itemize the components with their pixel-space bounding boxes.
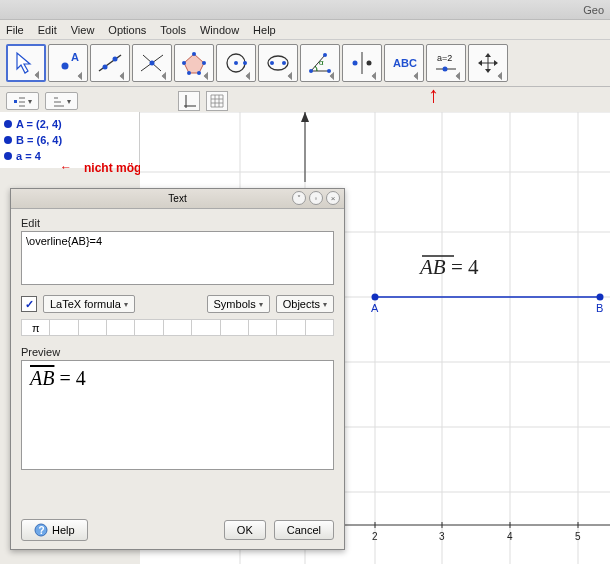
algebra-item-A[interactable]: A = (2, 4) bbox=[4, 116, 135, 132]
menubar: File Edit View Options Tools Window Help bbox=[0, 20, 610, 40]
point-bullet-icon bbox=[4, 120, 12, 128]
point-A[interactable] bbox=[372, 294, 379, 301]
tool-ellipse[interactable] bbox=[258, 44, 298, 82]
svg-point-25 bbox=[353, 61, 358, 66]
close-icon[interactable]: × bbox=[326, 191, 340, 205]
menu-file[interactable]: File bbox=[6, 24, 24, 36]
tool-angle[interactable]: α bbox=[300, 44, 340, 82]
help-icon: ? bbox=[34, 523, 48, 537]
chevron-down-icon: ▾ bbox=[323, 300, 327, 309]
point-bullet-icon bbox=[4, 136, 12, 144]
svg-text:5: 5 bbox=[575, 531, 581, 542]
svg-point-9 bbox=[192, 52, 196, 56]
tool-move-view[interactable] bbox=[468, 44, 508, 82]
preview-label: Preview bbox=[21, 346, 334, 358]
objects-dropdown[interactable]: Objects▾ bbox=[276, 295, 334, 313]
help-button[interactable]: ? Help bbox=[21, 519, 88, 541]
tool-reflect[interactable] bbox=[342, 44, 382, 82]
svg-text:a=2: a=2 bbox=[437, 53, 452, 63]
window-titlebar: Geo bbox=[0, 0, 610, 20]
point-B[interactable] bbox=[597, 294, 604, 301]
tool-perpendicular[interactable] bbox=[132, 44, 172, 82]
dialog-title: Text bbox=[168, 193, 186, 204]
chevron-down-icon: ▾ bbox=[124, 300, 128, 309]
latex-formula-dropdown[interactable]: LaTeX formula▾ bbox=[43, 295, 135, 313]
svg-line-2 bbox=[99, 55, 121, 71]
svg-point-7 bbox=[150, 61, 155, 66]
svg-point-3 bbox=[103, 65, 108, 70]
svg-text:AB = 4: AB = 4 bbox=[418, 255, 479, 279]
symbol-palette[interactable]: π bbox=[21, 319, 334, 336]
chevron-down-icon: ▾ bbox=[259, 300, 263, 309]
tool-point[interactable]: A bbox=[48, 44, 88, 82]
symbols-dropdown[interactable]: Symbols▾ bbox=[207, 295, 270, 313]
svg-point-19 bbox=[282, 61, 286, 65]
svg-point-18 bbox=[270, 61, 274, 65]
cancel-button[interactable]: Cancel bbox=[274, 520, 334, 540]
svg-point-30 bbox=[443, 67, 448, 72]
svg-point-4 bbox=[113, 57, 118, 62]
grid-toggle[interactable] bbox=[206, 91, 228, 111]
svg-point-16 bbox=[243, 61, 247, 65]
menu-view[interactable]: View bbox=[71, 24, 95, 36]
svg-text:ABC: ABC bbox=[393, 57, 417, 69]
svg-text:2: 2 bbox=[372, 531, 378, 542]
svg-point-13 bbox=[182, 61, 186, 65]
svg-point-10 bbox=[202, 61, 206, 65]
preview-area: AB = 4 bbox=[21, 360, 334, 470]
point-bullet-icon bbox=[4, 152, 12, 160]
menu-tools[interactable]: Tools bbox=[160, 24, 186, 36]
svg-point-23 bbox=[323, 53, 327, 57]
axes-toggle[interactable] bbox=[178, 91, 200, 111]
sort-options[interactable]: ▾ bbox=[45, 92, 78, 110]
text-dialog: Text ˅ ◦ × Edit \overline{AB}=4 ✓ LaTeX … bbox=[10, 188, 345, 550]
svg-text:α: α bbox=[319, 58, 324, 67]
ok-button[interactable]: OK bbox=[224, 520, 266, 540]
text-edit-input[interactable]: \overline{AB}=4 bbox=[21, 231, 334, 285]
svg-marker-8 bbox=[184, 54, 204, 73]
svg-point-21 bbox=[309, 69, 313, 73]
svg-point-22 bbox=[327, 69, 331, 73]
dialog-titlebar[interactable]: Text ˅ ◦ × bbox=[11, 189, 344, 209]
svg-text:4: 4 bbox=[507, 531, 513, 542]
tool-circle[interactable] bbox=[216, 44, 256, 82]
symbol-pi[interactable]: π bbox=[22, 320, 50, 336]
svg-rect-33 bbox=[14, 100, 17, 103]
menu-window[interactable]: Window bbox=[200, 24, 239, 36]
minimize-icon[interactable]: ˅ bbox=[292, 191, 306, 205]
annotation-arrow-left: ← bbox=[60, 160, 72, 174]
svg-text:A: A bbox=[71, 51, 79, 63]
menu-edit[interactable]: Edit bbox=[38, 24, 57, 36]
tool-text[interactable]: ABC bbox=[384, 44, 424, 82]
svg-point-12 bbox=[187, 71, 191, 75]
svg-point-15 bbox=[234, 61, 238, 65]
label-B: B bbox=[596, 302, 603, 314]
edit-label: Edit bbox=[21, 217, 334, 229]
algebra-item-B[interactable]: B = (6, 4) bbox=[4, 132, 135, 148]
label-A: A bbox=[371, 302, 379, 314]
svg-point-0 bbox=[62, 63, 69, 70]
svg-point-11 bbox=[197, 71, 201, 75]
annotation-arrow-up: ↑ bbox=[428, 88, 439, 102]
menu-options[interactable]: Options bbox=[108, 24, 146, 36]
app-name: Geo bbox=[583, 4, 604, 16]
maximize-icon[interactable]: ◦ bbox=[309, 191, 323, 205]
tool-slider[interactable]: a=2 bbox=[426, 44, 466, 82]
main-toolbar: A α ABC a=2 bbox=[0, 40, 610, 87]
algebra-view-options[interactable]: ▾ bbox=[6, 92, 39, 110]
tool-arrow[interactable] bbox=[6, 44, 46, 82]
svg-text:?: ? bbox=[39, 525, 45, 536]
tool-polygon[interactable] bbox=[174, 44, 214, 82]
latex-checkbox[interactable]: ✓ bbox=[21, 296, 37, 312]
svg-point-26 bbox=[367, 61, 372, 66]
tool-line[interactable] bbox=[90, 44, 130, 82]
svg-text:3: 3 bbox=[439, 531, 445, 542]
y-axis-arrow-icon bbox=[301, 112, 309, 122]
menu-help[interactable]: Help bbox=[253, 24, 276, 36]
text-object-AB[interactable]: AB = 4 bbox=[418, 255, 479, 279]
